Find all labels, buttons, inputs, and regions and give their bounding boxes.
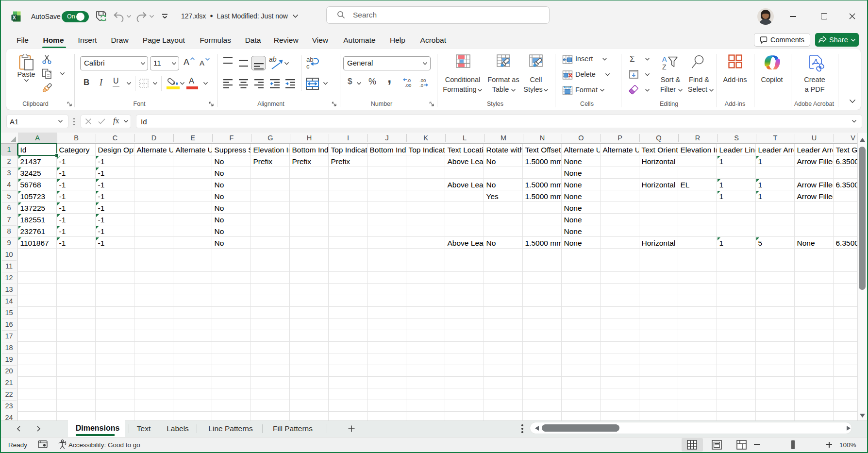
svg-text:c: c xyxy=(306,63,310,69)
svg-text:.0: .0 xyxy=(407,78,411,83)
svg-text:X: X xyxy=(13,15,16,20)
svg-text:.00: .00 xyxy=(405,83,411,87)
svg-text:ab: ab xyxy=(306,56,313,63)
svg-text:.0: .0 xyxy=(419,83,423,87)
svg-text:Z: Z xyxy=(662,63,667,70)
svg-text:.00: .00 xyxy=(419,78,426,83)
svg-text:A: A xyxy=(662,55,667,63)
